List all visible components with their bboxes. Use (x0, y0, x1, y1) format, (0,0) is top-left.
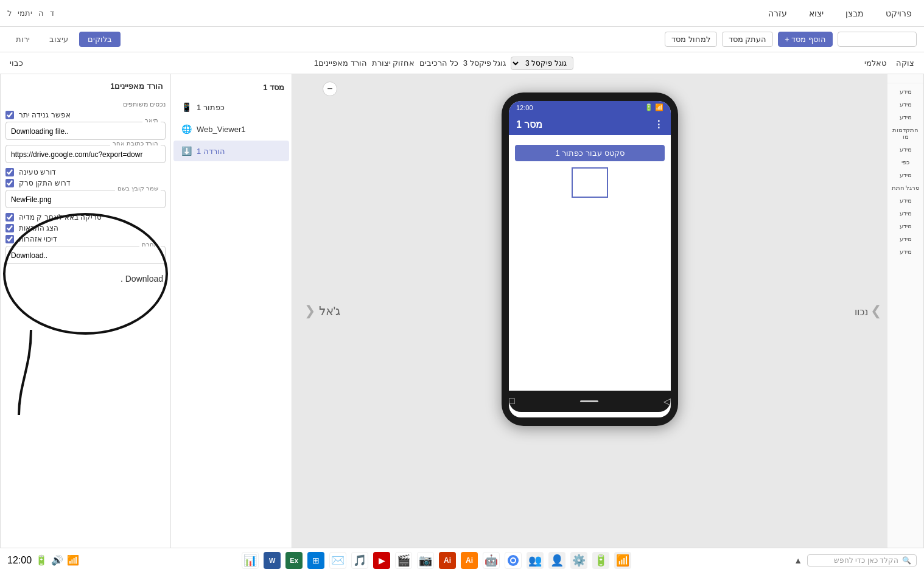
annotation-line (13, 330, 49, 415)
phone-mockup: 📶 🔋 12:00 ⋮ מסר 1 סקטס עבור כפתור 1 ◁ (502, 92, 678, 426)
copy-file-button[interactable]: העתק מסד (722, 32, 774, 47)
allow-scroll-checkbox[interactable] (5, 111, 14, 119)
taskbar-battery-icon: 🔋 (35, 554, 47, 566)
checkbox-label-2: דרוש התקן סרק (19, 179, 71, 187)
tab-design[interactable]: עיצוב (41, 32, 77, 47)
url-field-wrapper: הורד כתובת אחר (5, 145, 166, 163)
arrow-left-icon: ❮ (304, 303, 315, 318)
view-tabs: בלוקים עיצוב ירות (7, 32, 121, 47)
second-toolbar: הוסף מסד + העתק מסד למחול מסד בלוקים עיצ… (0, 27, 924, 52)
palette-item-2[interactable]: מידע (887, 99, 923, 110)
left-palette: מידע מידע מידע התקדמות מו מידע כפי מידע … (887, 74, 924, 548)
filename-field-wrapper: שמר קובץ בשם (5, 190, 166, 208)
palette-item-6[interactable]: כפי (887, 156, 923, 168)
comp-item-download[interactable]: הורדה 1 ⬇️ (173, 141, 289, 161)
taskbar-icon-android[interactable]: 🤖 (483, 552, 500, 569)
taskbar-icon-windows[interactable]: ⊞ (307, 552, 324, 569)
taskbar-icon-table[interactable]: 📊 (242, 552, 259, 569)
comp-item-button[interactable]: כפתור 1 📱 (173, 97, 289, 117)
user-name: יתמי (18, 9, 32, 18)
palette-item-1[interactable]: מידע (887, 86, 923, 97)
props-label: הורד מאפיינים1 (314, 58, 367, 68)
taskbar-apps: 📶 🔋 ⚙️ 👤 👥 🤖 Ai Ai 📷 🎬 ▶ 🎵 ✉️ ⊞ Ex W 📊 (242, 552, 631, 569)
nav-left-label: ג'אל (319, 304, 341, 318)
palette-item-7[interactable]: מידע (887, 169, 923, 181)
taskbar-icon-word[interactable]: W (264, 552, 281, 569)
taskbar-icon-settings: ⚙️ (570, 552, 587, 569)
taskbar-icon-illustrator[interactable]: Ai (461, 552, 478, 569)
canvas-area: − ג'אל ❮ ❯ נכוו 📶 🔋 12:00 ⋮ מסר 1 (292, 74, 887, 548)
taskbar: 🔍 הקלד כאן כדי לחפש ▲ 📶 🔋 ⚙️ 👤 👥 🤖 Ai Ai… (0, 548, 924, 572)
checkbox-row-3: סריקה באא לאחר ק מדיה (5, 213, 166, 221)
palette-item-3[interactable]: מידע (887, 111, 923, 123)
top-bar: פרויקט מבצן יצוא עזרה ד ה יתמי ל (0, 0, 924, 27)
checkbox-5[interactable] (5, 235, 14, 243)
palette-item-12[interactable]: מידע (887, 233, 923, 245)
description-field-wrapper: תיאר (5, 122, 166, 140)
comp-item-webviewer[interactable]: Web_Viewer1 🌐 (173, 119, 289, 139)
toolbar-right-btn: כבוי (10, 58, 23, 68)
delete-file-button[interactable]: למחול מסד (665, 32, 717, 47)
tab-blocks[interactable]: בלוקים (79, 32, 121, 47)
pixel-label: גוגל פיקסל 3 (463, 58, 506, 68)
zoom-out-button[interactable]: − (323, 82, 337, 96)
taskbar-time: 12:00 (7, 555, 32, 566)
checkbox-label-1: דורש טעינה (19, 168, 56, 176)
download-text-display: Download . (5, 269, 166, 288)
palette-item-4[interactable]: התקדמות מו (887, 124, 923, 142)
taskbar-icon-app2[interactable]: 🎬 (395, 552, 412, 569)
subclass-field-label: תחרת (139, 241, 161, 248)
comp-webviewer-label: Web_Viewer1 (197, 125, 245, 134)
app-title: מסר 1 (516, 119, 542, 130)
palette-item-10[interactable]: מידע (887, 208, 923, 219)
taskbar-icon-video[interactable]: ▶ (373, 552, 390, 569)
palette-item-13[interactable]: מידע (887, 246, 923, 257)
svg-point-2 (511, 559, 515, 562)
description-input[interactable] (5, 122, 166, 140)
phone-app-bar: ⋮ מסר 1 (509, 114, 671, 135)
checkbox-1[interactable] (5, 168, 14, 176)
subclass-input[interactable] (5, 246, 166, 264)
description-field-label: תיאר (142, 117, 161, 124)
taskbar-icon-music[interactable]: 🎵 (351, 552, 368, 569)
toolbar-left-labels: צוקה טאלמי (864, 58, 914, 68)
phone-screen: 📶 🔋 12:00 ⋮ מסר 1 סקטס עבור כפתור 1 ◁ (509, 101, 671, 417)
checkbox-row-1: דורש טעינה (5, 168, 166, 176)
taskbar-icon-user: 👤 (548, 552, 565, 569)
allow-scroll-label: אפשר גנידה יתר (19, 111, 71, 119)
top-nav: פרויקט מבצן יצוא עזרה (763, 6, 917, 21)
taskbar-icon-chrome[interactable] (505, 552, 522, 569)
taskbar-search[interactable]: 🔍 הקלד כאן כדי לחפש (807, 554, 917, 567)
palette-item-8[interactable]: סרגל חתת (887, 182, 923, 194)
nav-right-label: נכוו (855, 307, 868, 317)
checkbox-4[interactable] (5, 224, 14, 232)
add-file-button[interactable]: הוסף מסד + (778, 32, 833, 47)
search-input[interactable] (838, 32, 917, 47)
nav-build[interactable]: מבצן (841, 6, 869, 21)
shared-section-label: נכסים משותפים (5, 100, 166, 108)
taskbar-icon-ai2[interactable]: Ai (439, 552, 456, 569)
checkbox-2[interactable] (5, 179, 14, 187)
palette-item-9[interactable]: מידע (887, 195, 923, 206)
comp-webviewer-icon: 🌐 (181, 124, 192, 134)
phone-button-component: סקטס עבור כפתור 1 (515, 145, 665, 161)
taskbar-icon-excel[interactable]: Ex (285, 552, 303, 569)
checkbox-label-4: הצג התראות (19, 224, 58, 232)
palette-item-11[interactable]: מידע (887, 220, 923, 232)
checkbox-3[interactable] (5, 213, 14, 221)
tab-routes[interactable]: ירות (7, 32, 38, 47)
taskbar-icon-mail[interactable]: ✉️ (329, 552, 346, 569)
taskbar-icon-app1[interactable]: 📷 (417, 552, 434, 569)
checkbox-label-5: דיכוי אזהרות (19, 235, 57, 243)
components-panel-title: מסד 1 (171, 79, 292, 96)
comp-button-label: כפתור 1 (197, 103, 225, 112)
palette-item-5[interactable]: מידע (887, 144, 923, 155)
nav-help[interactable]: עזרה (763, 6, 792, 21)
nav-up-arrow[interactable]: ▲ (794, 556, 802, 565)
pixel-selector[interactable]: גוגל פיקסל 3 (511, 57, 573, 70)
nav-export[interactable]: יצוא (804, 6, 828, 21)
nav-project[interactable]: פרויקט (881, 6, 917, 21)
url-input[interactable] (5, 145, 166, 163)
subclass-field-wrapper: תחרת (5, 246, 166, 264)
filename-input[interactable] (5, 190, 166, 208)
